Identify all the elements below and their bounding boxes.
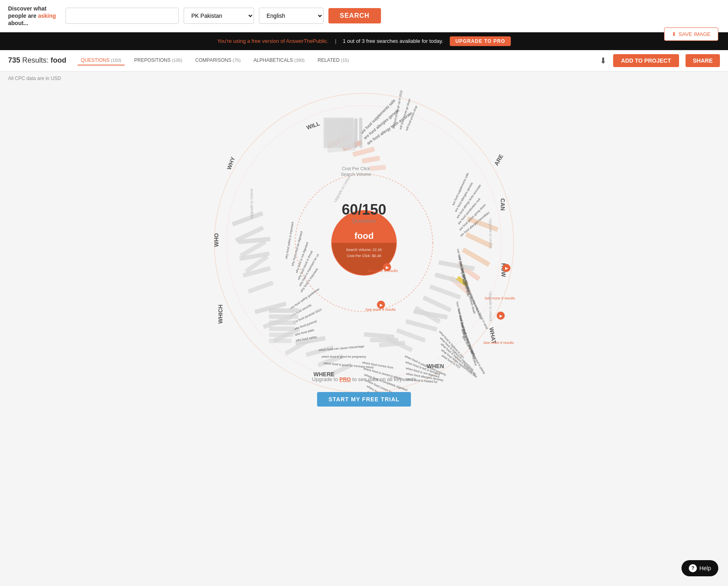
notif-free-text: You're using a free version of AnswerThe… [217,38,328,44]
tab-alphabeticals[interactable]: ALPHABETICALS (390) [250,56,308,65]
save-image-label: SAVE IMAGE [679,31,711,37]
sunburst-container: food Search Volume: 22.2K Cost Per Click… [8,85,720,401]
results-title: 735 Results: food [8,56,66,65]
see-more-who-label: See more 9 results [365,308,396,312]
svg-rect-46 [248,280,274,294]
cost-per-click-center: Cost Per Click: $0.49 [347,254,381,258]
brand-highlight: asking [38,13,56,19]
upgrade-section: Upgrade to PRO to see data on all keywor… [8,376,720,407]
start-trial-button[interactable]: START MY FREE TRIAL [317,392,411,407]
pro-link[interactable]: PRO [339,376,351,382]
language-select[interactable]: English Urdu French [259,8,324,24]
legend-sv: Search Volume [341,172,371,177]
svg-rect-68 [269,314,298,319]
svg-text:ARE: ARE [493,153,505,167]
svg-rect-21 [422,295,452,312]
search-input[interactable]: food [66,8,179,24]
see-more-why-label: See more 9 results [367,269,398,273]
upgrade-text2: to see data on all keywords [352,376,416,382]
tab-comparisons[interactable]: COMPARISONS (75) [192,56,244,65]
see-more-how-label: See more 9 results [483,341,514,345]
download-icon[interactable]: ⬇ [600,56,607,65]
share-button[interactable]: SHARE [686,54,720,67]
can-item-6: can food poisoning cause blood in stool [462,280,489,329]
svg-rect-72 [269,339,292,343]
svg-rect-66 [359,118,362,148]
upgrade-unlock-can: Upgrade to Unlock [489,219,493,249]
svg-text:CAN: CAN [499,198,506,210]
svg-rect-67 [269,308,299,313]
wheel-svg: food Search Volume: 22.2K Cost Per Click… [206,85,522,401]
search-volume-center: Search Volume: 22.2K [346,248,382,252]
svg-rect-64 [349,120,353,148]
main-content: All CPC data are in USD food Search Volu… [0,72,728,411]
brand-text: Discover what people are asking about... [8,5,61,27]
tab-prepositions[interactable]: PREPOSITIONS (105) [131,56,186,65]
svg-rect-70 [269,327,295,331]
notif-count-text: 1 out of 3 free searches available for t… [343,38,443,44]
svg-text:WILL: WILL [306,120,321,131]
svg-rect-20 [429,284,461,299]
svg-rect-62 [340,126,343,148]
country-select[interactable]: PK Pakistan US United States GB United K… [184,8,254,24]
svg-rect-8 [370,164,386,171]
svg-text:▶: ▶ [505,266,508,270]
svg-rect-48 [232,211,264,226]
legend-cpc: Cost Per Click [342,166,370,171]
upgrade-pro-button[interactable]: UPGRADE TO PRO [450,36,511,46]
svg-rect-65 [354,118,358,148]
save-image-button[interactable]: ⬇ SAVE IMAGE [664,27,718,41]
notification-bar: You're using a free version of AnswerThe… [0,32,728,50]
questions-label: Questions [352,218,376,224]
tab-related[interactable]: RELATED (15) [314,56,352,65]
upgrade-text: Upgrade to PRO to see data on all keywor… [8,376,720,382]
svg-rect-26 [396,328,426,343]
svg-rect-14 [462,247,491,267]
tab-questions[interactable]: QUESTIONS (150) [78,56,125,65]
svg-rect-7 [362,156,380,164]
center-keyword: food [354,231,374,241]
header: Discover what people are asking about...… [0,0,728,32]
questions-count: 60/150 [342,201,386,218]
svg-rect-63 [345,122,348,148]
svg-rect-30 [370,338,398,342]
cpc-note: All CPC data are in USD [8,76,720,81]
svg-text:▶: ▶ [499,314,503,318]
why-item-1: why food safety is important [284,221,294,259]
svg-rect-18 [438,260,475,270]
svg-text:WHO: WHO [213,233,220,247]
results-bar: 735 Results: food QUESTIONS (150) PREPOS… [0,50,728,72]
which-item-1: which food can cause miscarriage [318,344,364,352]
svg-rect-71 [269,333,293,337]
add-to-project-button[interactable]: ADD TO PROJECT [613,54,679,67]
segment-will: WILL [306,118,356,153]
svg-text:▶: ▶ [380,303,383,307]
upgrade-unlock-will: Upgrade to Unlock [333,175,351,203]
save-icon: ⬇ [672,31,676,37]
see-more-can-label: See more 9 results [485,296,515,300]
which-item-2: which food is good for pregnancy [321,355,366,358]
search-button[interactable]: SEARCH [328,8,381,23]
svg-rect-25 [405,319,438,331]
svg-text:WHICH: WHICH [217,304,224,323]
svg-rect-69 [269,320,296,325]
upgrade-unlock-who: Upgrade to Unlock [250,188,254,219]
